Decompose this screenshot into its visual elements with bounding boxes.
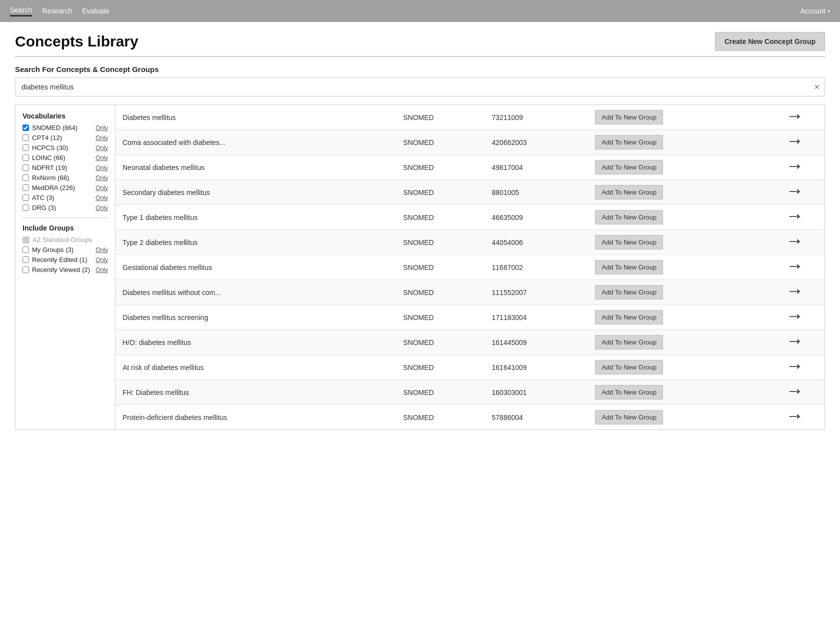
add-to-new-group-button[interactable]: Add To New Group [595, 335, 663, 350]
vocab-cpt4-checkbox[interactable] [22, 134, 29, 141]
account-menu[interactable]: Account ▾ [800, 7, 830, 15]
navigate-to-concept-button[interactable] [790, 112, 800, 120]
navigate-to-concept-button[interactable] [790, 288, 800, 296]
page-title: Concepts Library [15, 33, 138, 50]
navigate-to-concept-button[interactable] [790, 338, 800, 346]
vocab-atc-only[interactable]: Only [96, 194, 108, 202]
nav-evaluate[interactable]: Evaluate [82, 7, 109, 15]
result-navigate-action [766, 380, 824, 405]
create-new-concept-group-button[interactable]: Create New Concept Group [715, 32, 825, 51]
vocab-snomed-label: SNOMED (864) [32, 124, 78, 132]
result-navigate-action [766, 255, 824, 280]
group-recently-viewed-checkbox[interactable] [22, 266, 29, 273]
result-add-action: Add To New Group [588, 305, 766, 330]
arrow-right-icon [790, 162, 800, 170]
navigate-to-concept-button[interactable] [790, 138, 800, 146]
search-input[interactable] [16, 78, 824, 96]
add-to-new-group-button[interactable]: Add To New Group [595, 410, 663, 424]
table-row: Coma associated with diabetes... SNOMED … [116, 130, 824, 155]
include-groups-section: Include Groups AZ Standard Groups My Gro… [22, 224, 108, 274]
vocab-ndfrt-checkbox[interactable] [22, 164, 29, 171]
table-row: Diabetes mellitus screening SNOMED 17118… [116, 305, 824, 330]
vocab-snomed-checkbox[interactable] [22, 124, 29, 131]
navigate-to-concept-button[interactable] [790, 312, 800, 320]
table-row: Diabetes mellitus SNOMED 73211009 Add To… [116, 105, 824, 130]
vocab-cpt4: CPT4 (12) Only [22, 134, 108, 142]
result-vocab: SNOMED [396, 105, 484, 130]
vocab-cpt4-label: CPT4 (12) [32, 134, 62, 142]
vocab-rxnorm-checkbox[interactable] [22, 174, 29, 181]
vocab-loinc-only[interactable]: Only [96, 154, 108, 162]
group-my-groups-checkbox[interactable] [22, 246, 29, 253]
result-concept-name: Coma associated with diabetes... [116, 130, 396, 155]
result-vocab: SNOMED [396, 155, 484, 180]
navigate-to-concept-button[interactable] [790, 162, 800, 170]
results-panel: Diabetes mellitus SNOMED 73211009 Add To… [116, 105, 824, 430]
vocab-cpt4-only[interactable]: Only [96, 134, 108, 142]
vocab-drg: DRG (3) Only [22, 204, 108, 212]
vocab-rxnorm-label: RxNorm (68) [32, 174, 69, 182]
vocab-ndfrt-only[interactable]: Only [96, 164, 108, 172]
group-recently-edited: Recently Edited (1) Only [22, 256, 108, 264]
vocab-meddra-checkbox[interactable] [22, 184, 29, 191]
navigate-to-concept-button[interactable] [790, 262, 800, 270]
add-to-new-group-button[interactable]: Add To New Group [595, 385, 663, 400]
vocab-drg-only[interactable]: Only [96, 204, 108, 212]
vocab-atc-checkbox[interactable] [22, 194, 29, 201]
result-concept-name: Type 1 diabetes mellitus [116, 205, 396, 230]
add-to-new-group-button[interactable]: Add To New Group [595, 260, 663, 274]
arrow-right-icon [790, 138, 800, 146]
vocab-rxnorm: RxNorm (68) Only [22, 174, 108, 182]
vocab-ndfrt-label: NDFRT (19) [32, 164, 67, 172]
result-concept-name: Diabetes mellitus screening [116, 305, 396, 330]
add-to-new-group-button[interactable]: Add To New Group [595, 235, 663, 250]
vocab-hcpcs-checkbox[interactable] [22, 144, 29, 151]
vocab-rxnorm-only[interactable]: Only [96, 174, 108, 182]
navigate-to-concept-button[interactable] [790, 388, 800, 396]
vocab-hcpcs-only[interactable]: Only [96, 144, 108, 152]
main-content: Concepts Library Create New Concept Grou… [0, 22, 840, 440]
sidebar: Vocabularies SNOMED (864) Only CPT4 (12)… [16, 105, 116, 430]
vocab-meddra-only[interactable]: Only [96, 184, 108, 192]
navigate-to-concept-button[interactable] [790, 412, 800, 420]
navigate-to-concept-button[interactable] [790, 238, 800, 246]
add-to-new-group-button[interactable]: Add To New Group [595, 285, 663, 300]
table-row: Type 2 diabetes mellitus SNOMED 44054006… [116, 230, 824, 255]
arrow-right-icon [790, 312, 800, 320]
arrow-right-icon [790, 238, 800, 246]
table-row: Diabetes mellitus without com... SNOMED … [116, 280, 824, 305]
result-navigate-action [766, 405, 824, 430]
add-to-new-group-button[interactable]: Add To New Group [595, 135, 663, 150]
result-add-action: Add To New Group [588, 105, 766, 130]
navigate-to-concept-button[interactable] [790, 362, 800, 370]
vocab-drg-checkbox[interactable] [22, 204, 29, 211]
navigate-to-concept-button[interactable] [790, 188, 800, 196]
group-recently-viewed-only[interactable]: Only [96, 266, 108, 274]
result-add-action: Add To New Group [588, 255, 766, 280]
vocab-loinc-checkbox[interactable] [22, 154, 29, 161]
navigate-to-concept-button[interactable] [790, 212, 800, 220]
nav-research[interactable]: Research [42, 7, 72, 15]
result-navigate-action [766, 130, 824, 155]
add-to-new-group-button[interactable]: Add To New Group [595, 110, 663, 124]
result-navigate-action [766, 305, 824, 330]
search-clear-button[interactable]: × [814, 82, 820, 92]
result-add-action: Add To New Group [588, 230, 766, 255]
vocab-meddra: MedDRA (226) Only [22, 184, 108, 192]
add-to-new-group-button[interactable]: Add To New Group [595, 360, 663, 374]
vocab-snomed-only[interactable]: Only [96, 124, 108, 132]
vocabularies-title: Vocabularies [22, 112, 108, 120]
add-to-new-group-button[interactable]: Add To New Group [595, 185, 663, 200]
result-code: 161445009 [485, 330, 588, 355]
table-row: FH: Diabetes mellitus SNOMED 160303001 A… [116, 380, 824, 405]
group-recently-edited-only[interactable]: Only [96, 256, 108, 264]
result-vocab: SNOMED [396, 130, 484, 155]
vocab-hcpcs-label: HCPCS (30) [32, 144, 68, 152]
group-recently-edited-checkbox[interactable] [22, 256, 29, 263]
group-my-groups-only[interactable]: Only [96, 246, 108, 254]
nav-search[interactable]: Search [10, 6, 32, 16]
add-to-new-group-button[interactable]: Add To New Group [595, 160, 663, 174]
result-add-action: Add To New Group [588, 155, 766, 180]
add-to-new-group-button[interactable]: Add To New Group [595, 310, 663, 324]
add-to-new-group-button[interactable]: Add To New Group [595, 210, 663, 224]
